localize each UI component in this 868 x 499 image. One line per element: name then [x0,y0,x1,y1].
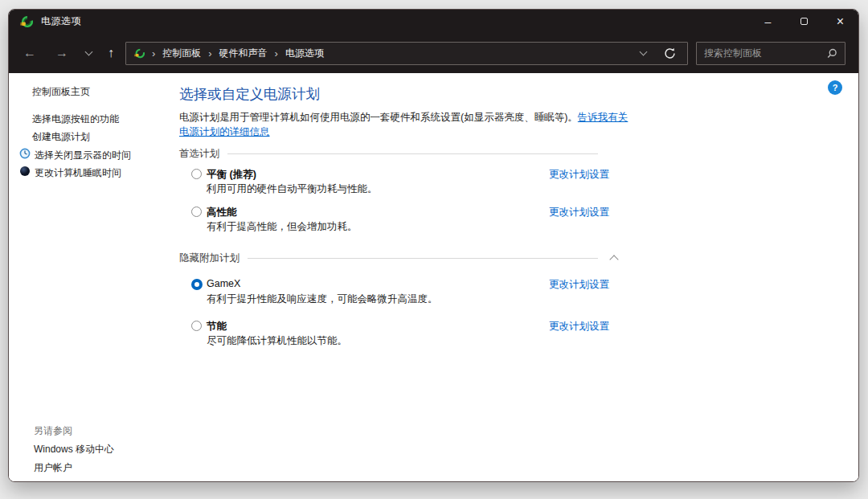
radio-gamex-selected[interactable] [191,279,203,290]
breadcrumb-control-panel[interactable]: 控制面板 [162,47,201,60]
plan-desc-gamex: 有利于提升性能及响应速度，可能会略微升高温度。 [207,292,438,306]
search-input[interactable] [704,47,827,59]
page-description: 电源计划是用于管理计算机如何使用电源的一套硬件和系统设置(如显示器亮度、睡眠等)… [179,110,636,139]
titlebar: 电源选项 – × [9,10,858,33]
collapse-chevron-up-icon[interactable] [609,255,618,264]
up-icon[interactable]: ↑ [108,47,114,59]
breadcrumb-separator: › [152,47,155,59]
plan-desc-power-saver: 尽可能降低计算机性能以节能。 [207,334,347,348]
plan-row-power-saver: 节能 更改计划设置 尽可能降低计算机性能以节能。 [179,320,626,352]
see-also-header: 另请参阅 [34,424,72,438]
plan-name-power-saver[interactable]: 节能 [207,320,227,333]
help-icon[interactable]: ? [828,80,842,95]
address-dropdown-chevron-icon[interactable] [640,48,648,56]
content-area: ? 控制面板主页 选择电源按钮的功能 创建电源计划 选择关闭显示器的时间 [9,73,858,481]
forward-icon[interactable]: → [55,47,68,59]
maximize-icon [800,18,808,25]
plan-desc-balanced: 利用可用的硬件自动平衡功耗与性能。 [207,182,378,196]
recent-pages-chevron-icon[interactable] [85,47,93,55]
change-plan-settings-link-gamex[interactable]: 更改计划设置 [549,278,609,292]
plan-name-high-performance[interactable]: 高性能 [207,206,237,219]
power-options-window: 电源选项 – × ← → ↑ › 控制面板 › 硬件和声音 › 电源选项 [8,9,859,482]
change-plan-settings-link-balanced[interactable]: 更改计划设置 [549,168,609,182]
plan-name-balanced[interactable]: 平衡 (推荐) [207,168,256,182]
sidebar-link-user-accounts[interactable]: 用户帐户 [34,461,72,475]
minimize-button[interactable]: – [750,10,786,33]
section-label: 隐藏附加计划 [179,252,240,265]
navigation-bar: ← → ↑ › 控制面板 › 硬件和声音 › 电源选项 [9,33,858,73]
section-label: 首选计划 [179,147,219,161]
plan-desc-high-performance: 有利于提高性能，但会增加功耗。 [207,220,358,234]
refresh-icon[interactable] [664,47,676,59]
description-text: 电源计划是用于管理计算机如何使用电源的一套硬件和系统设置(如显示器亮度、睡眠等)… [179,112,578,123]
plan-row-balanced: 平衡 (推荐) 更改计划设置 利用可用的硬件自动平衡功耗与性能。 [179,168,626,200]
power-options-app-icon [20,15,33,28]
section-divider [227,153,598,154]
sleep-icon [19,166,31,177]
change-plan-settings-link-high-performance[interactable]: 更改计划设置 [549,206,609,219]
back-icon[interactable]: ← [23,47,36,59]
sidebar-item-change-sleep-time[interactable]: 更改计算机睡眠时间 [35,166,121,180]
change-plan-settings-link-power-saver[interactable]: 更改计划设置 [549,320,609,333]
section-preferred-plans: 首选计划 [179,147,598,161]
sidebar: 控制面板主页 选择电源按钮的功能 创建电源计划 选择关闭显示器的时间 更改计算机… [9,73,174,481]
section-divider [248,258,598,259]
radio-balanced[interactable] [191,169,202,179]
sidebar-item-choose-display-off-time[interactable]: 选择关闭显示器的时间 [35,149,131,162]
sidebar-item-power-button-function[interactable]: 选择电源按钮的功能 [32,112,119,126]
plan-name-gamex[interactable]: GameX [207,278,240,289]
section-hidden-plans: 隐藏附加计划 [179,252,598,265]
page-title: 选择或自定义电源计划 [179,84,320,104]
sidebar-item-control-panel-home[interactable]: 控制面板主页 [32,85,90,99]
breadcrumb-separator: › [208,47,211,59]
plan-row-gamex: GameX 更改计划设置 有利于提升性能及响应速度，可能会略微升高温度。 [179,278,626,310]
plan-row-high-performance: 高性能 更改计划设置 有利于提高性能，但会增加功耗。 [179,206,626,238]
sidebar-link-windows-mobility-center[interactable]: Windows 移动中心 [34,443,114,456]
address-bar[interactable]: › 控制面板 › 硬件和声音 › 电源选项 [125,42,688,65]
radio-power-saver[interactable] [191,321,202,331]
maximize-button[interactable] [786,10,822,33]
breadcrumb-separator: › [275,47,278,59]
clock-icon [19,148,31,159]
main-panel: 选择或自定义电源计划 电源计划是用于管理计算机如何使用电源的一套硬件和系统设置(… [175,73,622,481]
sidebar-item-create-power-plan[interactable]: 创建电源计划 [32,130,90,144]
search-icon[interactable] [827,48,837,59]
breadcrumb-power-options[interactable]: 电源选项 [285,47,324,60]
radio-high-performance[interactable] [191,207,202,217]
close-button[interactable]: × [822,10,858,33]
breadcrumb-hardware-and-sound[interactable]: 硬件和声音 [219,47,268,60]
search-box [696,42,845,65]
window-title: 电源选项 [41,14,81,28]
breadcrumb-power-icon [134,48,145,59]
